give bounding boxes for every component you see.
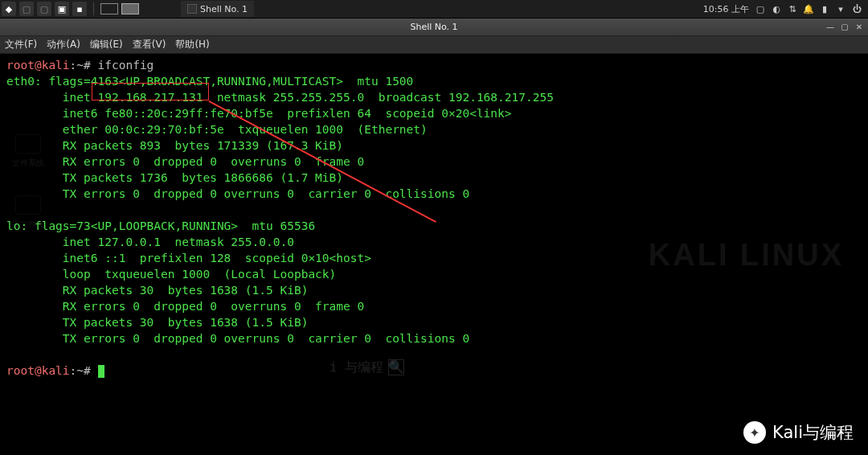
terminal[interactable]: 文件系统 主文件夹 KALI LINUX root@kali:~# ifconf…: [0, 54, 868, 455]
terminal-output: root@kali:~# ifconfig eth0: flags=4163<U…: [6, 57, 862, 379]
clock[interactable]: 10:56 上午: [703, 3, 749, 15]
system-tray: 10:56 上午 ▢ ◐ ⇅ 🔔 ▮ ▾ ⏻: [703, 3, 868, 15]
window-controls: — ▢ ✕: [825, 22, 865, 33]
ifconfig-lo-rxe: RX errors 0 dropped 0 overruns 0 frame 0: [6, 300, 364, 313]
power-icon[interactable]: ⏻: [852, 4, 862, 14]
kali-menu-icon[interactable]: ◆: [2, 2, 16, 16]
workspace-2[interactable]: [121, 3, 139, 14]
ifconfig-eth0-header: eth0: flags=4163<UP,BROADCAST,RUNNING,MU…: [6, 75, 413, 88]
quick-launch: ◆ ▢ ▢ ▣ ▪: [0, 0, 141, 18]
taskbar-app-icon[interactable]: ▢: [37, 2, 51, 16]
taskbar-app-icon[interactable]: ▢: [19, 2, 34, 16]
close-button[interactable]: ✕: [854, 22, 865, 33]
prompt-host: kali: [42, 364, 70, 377]
ifconfig-eth0-txe: TX errors 0 dropped 0 overruns 0 carrier…: [6, 187, 469, 200]
tray-icon[interactable]: ◐: [772, 4, 781, 14]
wechat-icon: ✦: [743, 421, 766, 444]
menubar: 文件(F) 动作(A) 编辑(E) 查看(V) 帮助(H): [0, 36, 868, 54]
taskbar-window-button[interactable]: Shell No. 1: [181, 1, 254, 17]
menu-file[interactable]: 文件(F): [5, 38, 37, 51]
prompt-path: ~: [76, 364, 84, 377]
ifconfig-eth0-rxe: RX errors 0 dropped 0 overruns 0 frame 0: [6, 155, 364, 168]
prompt-path: ~: [76, 59, 84, 72]
cursor: [98, 365, 104, 378]
menu-actions[interactable]: 动作(A): [47, 38, 80, 51]
ifconfig-lo-rxp: RX packets 30 bytes 1638 (1.5 KiB): [6, 284, 308, 297]
ifconfig-eth0-txp: TX packets 1736 bytes 1866686 (1.7 MiB): [6, 171, 343, 184]
prompt-user: root: [6, 59, 35, 72]
prompt-user: root: [6, 364, 35, 377]
taskbar-app-icon[interactable]: ▪: [72, 2, 87, 16]
terminal-icon[interactable]: ▣: [55, 2, 69, 16]
command: ifconfig: [98, 59, 154, 72]
prompt-symbol: #: [84, 59, 91, 72]
watermark-bottom: ✦ Kali与编程: [743, 421, 854, 444]
ifconfig-eth0-ether: ether 00:0c:29:70:bf:5e txqueuelen 1000 …: [6, 123, 428, 136]
ifconfig-lo-inet6: inet6 ::1 prefixlen 128 scopeid 0×10<hos…: [6, 252, 371, 264]
ifconfig-eth0-inet6: inet6 fe80::20c:29ff:fe70:bf5e prefixlen…: [6, 107, 512, 120]
menu-edit[interactable]: 编辑(E): [90, 38, 123, 51]
ifconfig-lo-txp: TX packets 30 bytes 1638 (1.5 KiB): [6, 316, 308, 329]
prompt-host: kali: [42, 59, 70, 72]
menu-view[interactable]: 查看(V): [133, 38, 166, 51]
ifconfig-lo-header: lo: flags=73<UP,LOOPBACK,RUNNING> mtu 65…: [6, 219, 315, 232]
window-titlebar[interactable]: Shell No. 1 — ▢ ✕: [0, 18, 868, 36]
window-icon: [187, 4, 197, 14]
maximize-button[interactable]: ▢: [839, 22, 850, 33]
ifconfig-eth0-rxp: RX packets 893 bytes 171339 (167.3 KiB): [6, 139, 343, 152]
top-panel: ◆ ▢ ▢ ▣ ▪ Shell No. 1 10:56 上午 ▢ ◐ ⇅ 🔔 ▮…: [0, 0, 868, 18]
ifconfig-lo-loop: loop txqueuelen 1000 (Local Loopback): [6, 268, 336, 281]
window-title: Shell No. 1: [410, 22, 457, 32]
battery-icon[interactable]: ▮: [820, 4, 829, 14]
divider: [93, 2, 94, 15]
monitor-icon[interactable]: ▢: [755, 4, 765, 14]
ifconfig-lo-txe: TX errors 0 dropped 0 overruns 0 carrier…: [6, 332, 469, 345]
ifconfig-eth0-inet: inet 192.168.217.131 netmask 255.255.255…: [6, 91, 554, 104]
menu-help[interactable]: 帮助(H): [175, 38, 209, 51]
taskbar-window-label: Shell No. 1: [200, 4, 248, 14]
tray-icon[interactable]: ▾: [836, 4, 845, 14]
ifconfig-lo-inet: inet 127.0.0.1 netmask 255.0.0.0: [6, 236, 294, 248]
network-icon[interactable]: ⇅: [788, 4, 797, 14]
minimize-button[interactable]: —: [825, 22, 836, 33]
workspace-1[interactable]: [100, 3, 118, 14]
bell-icon[interactable]: 🔔: [804, 4, 813, 14]
watermark-text: Kali与编程: [772, 421, 854, 444]
prompt-symbol: #: [84, 364, 91, 377]
